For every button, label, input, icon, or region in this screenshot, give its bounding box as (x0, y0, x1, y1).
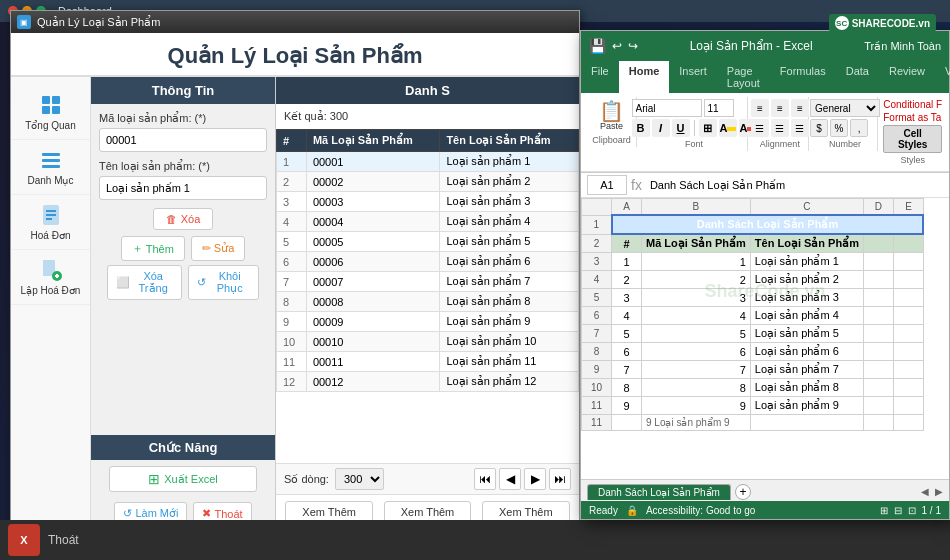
font-size-input[interactable] (704, 99, 734, 117)
btn-sua[interactable]: ✏ Sửa (191, 236, 245, 261)
cell-num[interactable]: 1 (612, 253, 642, 271)
cell-d[interactable] (863, 271, 893, 289)
cell-ten[interactable]: Loại sản phẩm 9 (750, 397, 863, 415)
cell-e[interactable] (893, 361, 923, 379)
add-sheet-btn[interactable]: + (735, 484, 751, 500)
btn-xuat-excel[interactable]: ⊞ Xuất Excel (109, 466, 256, 492)
table-row[interactable]: 1000010Loại sản phẩm 10 (277, 332, 579, 352)
cell-num[interactable]: 6 (612, 343, 642, 361)
header-e[interactable] (893, 234, 923, 253)
underline-btn[interactable]: U (672, 119, 690, 137)
cell-e[interactable] (893, 307, 923, 325)
cell-11-a[interactable] (612, 415, 642, 431)
sheet-tab-danh-sach[interactable]: Danh Sách Loại Sản Phẩm (587, 484, 731, 500)
next-page-btn[interactable]: ▶ (524, 468, 546, 490)
table-row[interactable]: 900009Loại sản phẩm 9 (277, 312, 579, 332)
cell-e[interactable] (893, 271, 923, 289)
cell-ma[interactable]: 7 (642, 361, 751, 379)
tab-page-layout[interactable]: Page Layout (717, 61, 770, 93)
excel-title-row[interactable]: 1 Danh Sách Loại Sản Phẩm (582, 215, 924, 234)
cell-ten[interactable]: Loại sản phẩm 2 (750, 271, 863, 289)
cell-e[interactable] (893, 289, 923, 307)
cell-ma[interactable]: 8 (642, 379, 751, 397)
italic-btn[interactable]: I (652, 119, 670, 137)
prev-page-btn[interactable]: ◀ (499, 468, 521, 490)
excel-data-row[interactable]: 5 3 3 Loại sản phẩm 3 (582, 289, 924, 307)
table-row[interactable]: 600006Loại sản phẩm 6 (277, 252, 579, 272)
view-layout-icon[interactable]: ⊟ (894, 505, 902, 516)
cell-d[interactable] (863, 361, 893, 379)
cell-d[interactable] (863, 307, 893, 325)
taskbar-icon[interactable]: X (8, 524, 40, 556)
cell-d[interactable] (863, 343, 893, 361)
align-top-left-btn[interactable]: ≡ (751, 99, 769, 117)
header-ten[interactable]: Tên Loại Sản Phẩm (750, 234, 863, 253)
view-page-icon[interactable]: ⊡ (908, 505, 916, 516)
table-row[interactable]: 500005Loại sản phẩm 5 (277, 232, 579, 252)
cell-d[interactable] (863, 253, 893, 271)
tab-insert[interactable]: Insert (669, 61, 717, 93)
header-num[interactable]: # (612, 234, 642, 253)
undo-icon[interactable]: ↩ (612, 39, 622, 53)
last-page-btn[interactable]: ⏭ (549, 468, 571, 490)
cell-ma[interactable]: 4 (642, 307, 751, 325)
input-ten[interactable] (99, 176, 267, 200)
cell-ref-input[interactable] (587, 175, 627, 195)
format-as-table-btn[interactable]: Format as Ta (883, 112, 942, 123)
nav-right[interactable]: ▶ (935, 486, 943, 497)
paste-btn[interactable]: 📋 Paste (595, 99, 628, 133)
tab-file[interactable]: File (581, 61, 619, 93)
col-d[interactable]: D (863, 199, 893, 216)
cell-e[interactable] (893, 325, 923, 343)
cell-d[interactable] (863, 397, 893, 415)
cell-num[interactable]: 9 (612, 397, 642, 415)
save-icon[interactable]: 💾 (589, 38, 606, 54)
btn-xoa-trang[interactable]: ⬜ Xóa Trắng (107, 265, 182, 300)
cell-ma[interactable]: 5 (642, 325, 751, 343)
col-c[interactable]: C (750, 199, 863, 216)
cell-styles-btn[interactable]: Cell Styles (883, 125, 942, 153)
conditional-format-btn[interactable]: Conditional F (883, 99, 942, 110)
sidebar-item-lap-hoa-don[interactable]: Lập Hoá Đơn (11, 250, 90, 305)
excel-partial-row[interactable]: 11 9 Loại sản phẩm 9 (582, 415, 924, 431)
cell-num[interactable]: 5 (612, 325, 642, 343)
cell-ten[interactable]: Loại sản phẩm 6 (750, 343, 863, 361)
cell-ma[interactable]: 2 (642, 271, 751, 289)
cell-ten[interactable]: Loại sản phẩm 7 (750, 361, 863, 379)
tab-review[interactable]: Review (879, 61, 935, 93)
cell-ma[interactable]: 1 (642, 253, 751, 271)
cell-d[interactable] (863, 289, 893, 307)
cell-num[interactable]: 8 (612, 379, 642, 397)
cell-e[interactable] (893, 343, 923, 361)
cell-ten[interactable]: Loại sản phẩm 4 (750, 307, 863, 325)
header-d[interactable] (863, 234, 893, 253)
cell-ma[interactable]: 9 (642, 397, 751, 415)
excel-data-row[interactable]: 11 9 9 Loại sản phẩm 9 (582, 397, 924, 415)
btn-xoa[interactable]: 🗑 Xóa (153, 208, 214, 230)
align-center-btn[interactable]: ☰ (771, 119, 789, 137)
cell-e[interactable] (893, 379, 923, 397)
cell-11-c[interactable] (750, 415, 863, 431)
sheet-grid[interactable]: ShareCode.vn A B C D E 1 (581, 198, 949, 479)
btn-khoi-phuc[interactable]: ↺ Khôi Phục (188, 265, 259, 300)
cell-ten[interactable]: Loại sản phẩm 5 (750, 325, 863, 343)
currency-btn[interactable]: $ (810, 119, 828, 137)
excel-data-row[interactable]: 6 4 4 Loại sản phẩm 4 (582, 307, 924, 325)
excel-data-row[interactable]: 8 6 6 Loại sản phẩm 6 (582, 343, 924, 361)
cell-ma[interactable]: 6 (642, 343, 751, 361)
excel-data-row[interactable]: 3 1 1 Loại sản phẩm 1 (582, 253, 924, 271)
nav-left[interactable]: ◀ (921, 486, 929, 497)
excel-data-row[interactable]: 4 2 2 Loại sản phẩm 2 (582, 271, 924, 289)
cell-e[interactable] (893, 253, 923, 271)
align-top-right-btn[interactable]: ≡ (791, 99, 809, 117)
align-right-btn[interactable]: ☰ (791, 119, 809, 137)
cell-11-e[interactable] (893, 415, 923, 431)
so-dong-select[interactable]: 300 (335, 468, 384, 490)
font-name-input[interactable] (632, 99, 702, 117)
col-e[interactable]: E (893, 199, 923, 216)
table-row[interactable]: 700007Loại sản phẩm 7 (277, 272, 579, 292)
title-cell[interactable]: Danh Sách Loại Sản Phẩm (612, 215, 924, 234)
pct-btn[interactable]: % (830, 119, 848, 137)
view-normal-icon[interactable]: ⊞ (880, 505, 888, 516)
cell-11-d[interactable] (863, 415, 893, 431)
